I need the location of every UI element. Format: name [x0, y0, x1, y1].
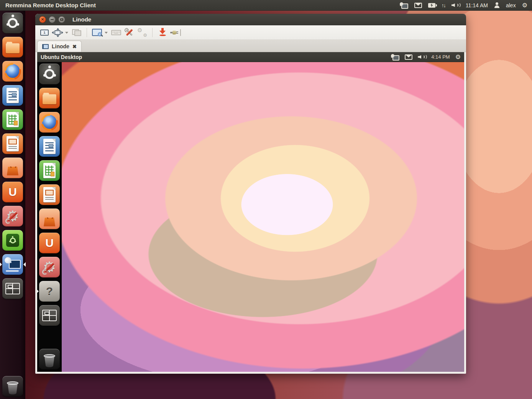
duplicate-icon	[72, 29, 81, 36]
remote-desktop-indicator-icon[interactable]	[400, 2, 408, 8]
tab-close-icon[interactable]: ✖	[72, 44, 77, 49]
writer-document-icon	[43, 139, 56, 154]
scaled-mode-button[interactable]	[92, 27, 102, 38]
remmina-window: ✕ Linode 1 ⚙⚙ Linod	[35, 14, 466, 374]
mail-icon[interactable]	[414, 3, 422, 8]
close-button[interactable]: ✕	[39, 16, 46, 23]
fit-window-icon	[53, 28, 62, 37]
launcher-item-libreoffice-impress[interactable]	[2, 133, 23, 154]
writer-document-icon	[7, 88, 19, 103]
remote-launcher-item-firefox[interactable]	[39, 112, 60, 133]
shopping-bag-icon	[7, 167, 18, 176]
remote-launcher-item-help[interactable]: ?	[39, 281, 60, 302]
user-icon[interactable]	[494, 2, 500, 8]
remote-wallpaper[interactable]	[62, 62, 464, 372]
settings-button[interactable]: ⚙⚙	[137, 27, 148, 38]
window-titlebar[interactable]: ✕ Linode	[35, 14, 466, 25]
ubuntu-logo-icon	[44, 69, 54, 79]
window-title: Linode	[72, 16, 91, 23]
remote-viewport[interactable]: Ubuntu Desktop 4:14 PM ⚙	[36, 52, 465, 373]
remmina-toolbar: 1 ⚙⚙	[35, 25, 466, 40]
focused-indicator-arrow	[23, 262, 26, 267]
disconnect-button[interactable]	[170, 27, 181, 38]
launcher-item-firefox[interactable]	[2, 61, 23, 82]
fullscreen-button[interactable]: 1	[39, 27, 50, 38]
remote-launcher-item-software-center[interactable]	[39, 209, 60, 229]
remote-launcher-item-dash-home[interactable]	[39, 64, 60, 84]
launcher-item-remmina[interactable]	[2, 254, 23, 275]
folder-icon	[6, 43, 20, 53]
remote-top-panel: Ubuntu Desktop 4:14 PM ⚙	[37, 52, 464, 62]
software-updater-icon	[6, 234, 19, 247]
launcher-item-software-center[interactable]	[2, 158, 23, 178]
remote-clock[interactable]: 4:14 PM	[431, 54, 450, 60]
session-gear-icon[interactable]: ⚙	[522, 2, 527, 8]
remote-launcher-item-workspace-switcher[interactable]	[39, 305, 60, 326]
workspace-grid-icon	[5, 283, 20, 294]
download-arrow-icon	[159, 28, 166, 37]
minimize-button[interactable]	[49, 16, 56, 23]
fullscreen-icon: 1	[40, 30, 49, 36]
remote-launcher-item-libreoffice-impress[interactable]	[39, 184, 60, 205]
remote-launcher-item-files[interactable]	[39, 88, 60, 108]
active-app-title: Remmina Remote Desktop Client	[0, 2, 96, 8]
launcher-item-libreoffice-calc[interactable]	[2, 109, 23, 130]
remote-desktop-indicator-icon[interactable]	[391, 54, 399, 60]
battery-icon[interactable]	[428, 3, 435, 8]
remote-launcher: U ⚙ ?	[37, 62, 62, 372]
running-indicator-arrow	[0, 262, 2, 267]
tab-linode[interactable]: Linode ✖	[37, 41, 82, 52]
fit-dropdown-caret[interactable]	[65, 32, 68, 35]
mail-icon[interactable]	[405, 54, 412, 60]
firefox-icon	[5, 64, 20, 79]
help-icon: ?	[46, 285, 53, 298]
duplicate-connection-button[interactable]	[71, 27, 82, 38]
launcher-item-dash-home[interactable]	[2, 13, 23, 33]
preferences-button[interactable]	[124, 27, 135, 38]
host-desktop: { "host_panel": { "title": "Remmina Remo…	[0, 0, 532, 399]
launcher-item-ubuntu-one[interactable]: U	[2, 182, 23, 202]
session-gear-icon[interactable]: ⚙	[455, 54, 461, 60]
impress-document-icon	[43, 187, 56, 202]
username-label[interactable]: alex	[506, 2, 516, 8]
volume-icon[interactable]	[452, 2, 460, 8]
toolbar-separator	[152, 28, 153, 37]
launcher-item-trash[interactable]	[2, 376, 23, 397]
host-top-panel: Remmina Remote Desktop Client ↑↓ 11:14 A…	[0, 0, 532, 11]
trash-icon	[44, 354, 55, 367]
remote-launcher-item-trash[interactable]	[39, 349, 60, 369]
launcher-item-software-updater[interactable]	[2, 230, 23, 251]
folder-icon	[43, 94, 56, 104]
sync-arrows-icon[interactable]: ↑↓	[442, 2, 445, 8]
remote-launcher-item-ubuntu-one[interactable]: U	[39, 233, 60, 253]
host-clock[interactable]: 11:14 AM	[466, 2, 488, 8]
calc-document-icon	[7, 112, 19, 127]
magnifier-icon	[98, 32, 102, 36]
scaled-mode-icon	[92, 29, 102, 36]
remote-desktop-body: U ⚙ ?	[37, 62, 464, 372]
plug-icon	[170, 29, 181, 36]
launcher-item-files[interactable]	[2, 37, 23, 57]
remote-launcher-item-libreoffice-calc[interactable]	[39, 160, 60, 181]
remote-panel-title: Ubuntu Desktop	[41, 54, 82, 60]
maximize-button[interactable]	[58, 16, 65, 23]
scale-dropdown-caret[interactable]	[105, 32, 108, 35]
firefox-icon	[42, 115, 57, 130]
trash-icon	[7, 381, 18, 394]
calc-document-icon	[43, 163, 56, 178]
grab-keyboard-button[interactable]	[111, 27, 122, 38]
auto-fit-button[interactable]	[52, 27, 63, 38]
launcher-item-system-settings[interactable]: ⚙	[2, 206, 23, 227]
screenshot-button[interactable]	[157, 27, 168, 38]
launcher-item-workspace-switcher[interactable]	[2, 278, 23, 299]
launcher-item-libreoffice-writer[interactable]	[2, 85, 23, 106]
shopping-bag-icon	[44, 218, 55, 227]
ubuntu-one-icon: U	[45, 236, 54, 250]
ubuntu-logo-icon	[8, 18, 18, 28]
host-tray: ↑↓ 11:14 AM alex ⚙	[400, 2, 532, 8]
remote-launcher-item-system-settings[interactable]: ⚙	[39, 257, 60, 277]
volume-icon[interactable]	[418, 54, 426, 60]
workspace-grid-icon	[42, 310, 57, 321]
tools-icon	[125, 28, 134, 37]
remote-launcher-item-libreoffice-writer[interactable]	[39, 136, 60, 157]
